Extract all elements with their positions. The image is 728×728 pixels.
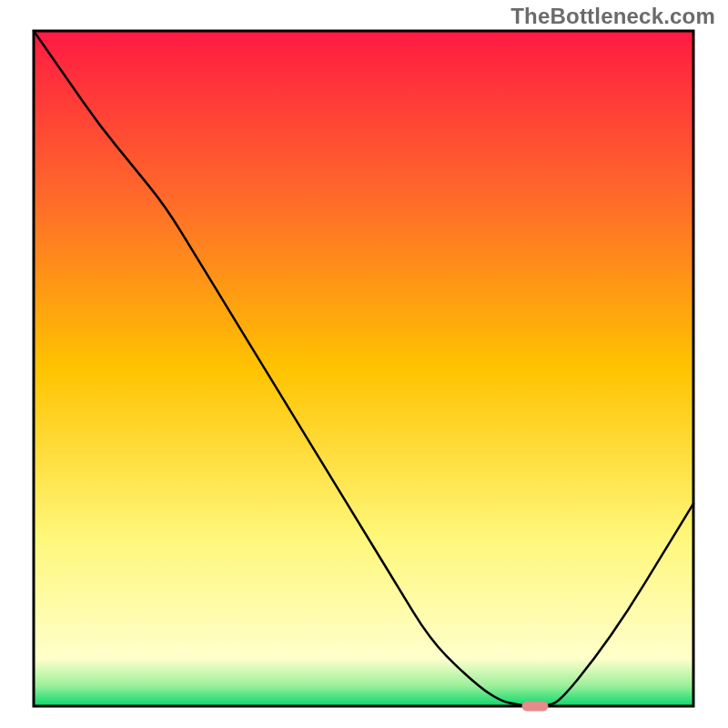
chart-canvas [0, 0, 728, 728]
bottleneck-chart: TheBottleneck.com [0, 0, 728, 728]
watermark-label: TheBottleneck.com [511, 4, 715, 29]
optimal-marker [522, 701, 549, 711]
plot-background [34, 31, 693, 706]
